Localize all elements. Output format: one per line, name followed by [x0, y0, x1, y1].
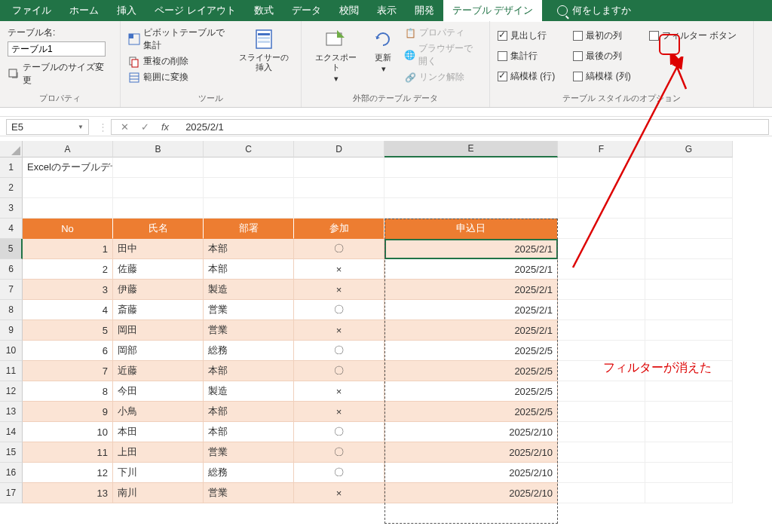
- annotation-arrow-2: [665, 55, 695, 93]
- fx-button[interactable]: fx: [155, 121, 175, 133]
- slicer-button[interactable]: スライサーの 挿入: [234, 26, 293, 74]
- row-header-9[interactable]: 9: [0, 320, 23, 341]
- svg-rect-10: [258, 37, 270, 39]
- export-icon: [323, 27, 348, 51]
- properties-icon: 📋: [404, 27, 416, 39]
- menu-item-5[interactable]: データ: [283, 0, 330, 22]
- menu-item-4[interactable]: 数式: [245, 0, 283, 22]
- table-name-input[interactable]: [8, 41, 106, 57]
- row-header-11[interactable]: 11: [0, 361, 23, 381]
- checkbox-icon: [498, 72, 507, 81]
- row-header-4[interactable]: 4: [0, 219, 23, 239]
- cancel-button[interactable]: ✕: [115, 121, 135, 133]
- row-header-7[interactable]: 7: [0, 280, 23, 300]
- ribbon-group-properties: テーブル名: テーブルのサイズ変更 プロパティ: [0, 21, 121, 107]
- col-header-C[interactable]: C: [204, 141, 294, 157]
- col-header-D[interactable]: D: [294, 141, 384, 157]
- checkbox-icon: [498, 51, 507, 61]
- row-header-14[interactable]: 14: [0, 422, 23, 442]
- browser-icon: 🌐: [404, 49, 415, 61]
- svg-rect-9: [258, 33, 270, 35]
- svg-rect-0: [9, 69, 17, 77]
- chevron-down-icon: ▾: [334, 74, 339, 84]
- table-header-0[interactable]: No: [23, 219, 113, 239]
- table-row: 8今田製造×2025/2/5: [23, 381, 772, 402]
- select-all-corner[interactable]: [0, 141, 23, 157]
- checkbox-icon: [573, 31, 583, 41]
- table-row: 10本田本部〇2025/2/10: [23, 422, 772, 442]
- menu-item-6[interactable]: 校閲: [330, 0, 368, 22]
- menu-item-2[interactable]: 挿入: [108, 0, 146, 22]
- banded-rows-checkbox[interactable]: 縞模様 (行): [498, 69, 555, 84]
- table-header-2[interactable]: 部署: [204, 219, 294, 239]
- refresh-icon: [371, 27, 395, 51]
- menu-item-7[interactable]: 表示: [368, 0, 406, 22]
- chevron-down-icon: ▾: [381, 64, 386, 74]
- row-header-2[interactable]: 2: [0, 178, 23, 198]
- table-row: 11上田営業〇2025/2/10: [23, 442, 772, 463]
- remove-dup-button[interactable]: 重複の削除: [128, 54, 230, 69]
- row-header-16[interactable]: 16: [0, 463, 23, 483]
- row-header-6[interactable]: 6: [0, 259, 23, 280]
- pivot-button[interactable]: ピボットテーブルで集計: [128, 26, 230, 53]
- table-header-3[interactable]: 参加: [294, 219, 384, 239]
- group-label: 外部のテーブル データ: [309, 91, 482, 105]
- menu-item-8[interactable]: 開発: [406, 0, 443, 22]
- table-row: 13南川営業×2025/2/10: [23, 483, 772, 503]
- name-box[interactable]: E5 ▼: [6, 119, 89, 135]
- chevron-down-icon: ▼: [78, 124, 84, 130]
- row-header-1[interactable]: 1: [0, 157, 23, 178]
- ribbon-group-tools: ピボットテーブルで集計 重複の削除 範囲に変換 スライサーの 挿入 ツール: [121, 21, 302, 107]
- col-header-B[interactable]: B: [113, 141, 204, 157]
- lightbulb-icon: [557, 5, 568, 16]
- menu-bar: ファイルホーム挿入ページ レイアウト数式データ校閲表示開発テーブル デザイン 何…: [0, 0, 772, 21]
- refresh-button[interactable]: 更新 ▾: [366, 26, 400, 75]
- header-row-checkbox[interactable]: 見出し行: [498, 29, 555, 43]
- col-header-E[interactable]: E: [384, 141, 558, 157]
- checkbox-icon: [649, 31, 659, 41]
- row-header-8[interactable]: 8: [0, 300, 23, 320]
- annotation-text: フィルターが消えた: [603, 360, 712, 376]
- properties-button[interactable]: 📋プロパティ: [404, 26, 482, 40]
- resize-table-button[interactable]: テーブルのサイズ変更: [8, 58, 112, 87]
- annotation-box: [659, 34, 680, 55]
- group-label: プロパティ: [8, 91, 112, 105]
- menu-item-1[interactable]: ホーム: [60, 0, 108, 22]
- range-icon: [128, 72, 140, 84]
- table-row: 4斎藤営業〇2025/2/1: [23, 300, 772, 320]
- table-header-1[interactable]: 氏名: [113, 219, 204, 239]
- col-header-A[interactable]: A: [23, 141, 113, 157]
- row-header-17[interactable]: 17: [0, 483, 23, 503]
- svg-rect-11: [258, 41, 270, 43]
- table-row: 6岡部総務〇2025/2/5: [23, 341, 772, 361]
- convert-range-button[interactable]: 範囲に変換: [128, 70, 230, 84]
- svg-rect-4: [132, 60, 138, 67]
- export-button[interactable]: エクスポート ▾: [309, 26, 362, 86]
- cell-A1[interactable]: Excelのテーブルデザイン: [23, 157, 113, 178]
- table-row: 9小鳥本部×2025/2/5: [23, 402, 772, 422]
- table-header-4[interactable]: 申込日: [384, 219, 558, 239]
- row-header-3[interactable]: 3: [0, 198, 23, 219]
- menu-item-3[interactable]: ページ レイアウト: [146, 0, 245, 22]
- resize-icon: [8, 68, 20, 80]
- table-row: 5岡田営業×2025/2/1: [23, 320, 772, 341]
- row-header-5[interactable]: 5: [0, 239, 23, 259]
- tell-me[interactable]: 何をしますか: [557, 4, 631, 17]
- row-header-15[interactable]: 15: [0, 442, 23, 463]
- row-header-10[interactable]: 10: [0, 341, 23, 361]
- svg-rect-2: [129, 34, 133, 38]
- menu-item-9[interactable]: テーブル デザイン: [443, 0, 543, 22]
- menu-item-0[interactable]: ファイル: [3, 0, 60, 22]
- pivot-icon: [128, 33, 140, 45]
- row-header-12[interactable]: 12: [0, 381, 23, 402]
- table-row: 12下川総務〇2025/2/10: [23, 463, 772, 483]
- table-name-label: テーブル名:: [8, 26, 112, 40]
- row-header-13[interactable]: 13: [0, 402, 23, 422]
- first-col-checkbox[interactable]: 最初の列: [573, 29, 630, 43]
- open-browser-button: 🌐ブラウザーで開く: [404, 41, 482, 69]
- unlink-icon: 🔗: [404, 72, 416, 84]
- enter-button[interactable]: ✓: [135, 121, 155, 133]
- total-row-checkbox[interactable]: 集計行: [498, 49, 555, 63]
- slicer-icon: [252, 27, 276, 51]
- tell-me-label: 何をしますか: [572, 4, 631, 17]
